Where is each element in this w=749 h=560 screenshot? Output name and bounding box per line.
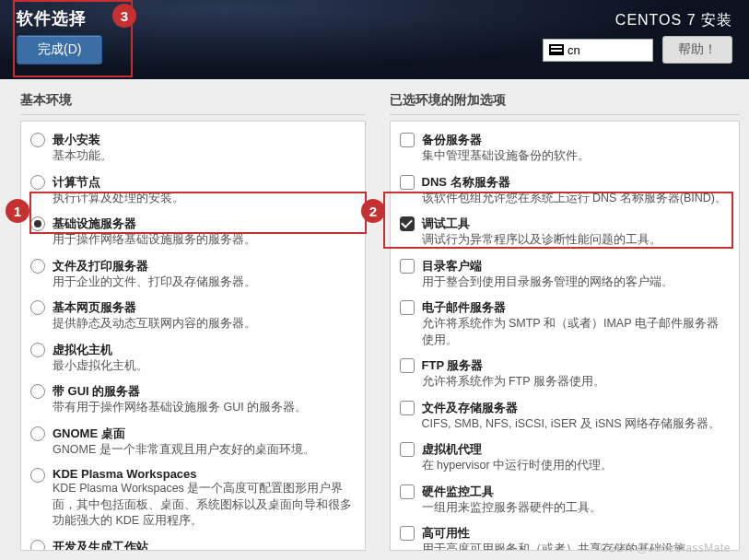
checkbox-6[interactable] xyxy=(400,401,415,415)
item-desc: 基本功能。 xyxy=(53,148,356,165)
addon-item[interactable]: FTP 服务器允许将系统作为 FTP 服务器使用。 xyxy=(398,353,732,395)
item-desc: 允许将系统作为 FTP 服务器使用。 xyxy=(422,374,731,391)
item-desc: 用于整合到使用目录服务管理的网络的客户端。 xyxy=(422,274,731,291)
checkbox-8[interactable] xyxy=(400,484,415,499)
item-name: 开发及生成工作站 xyxy=(53,539,356,552)
item-name: 虚拟化主机 xyxy=(53,342,356,358)
env-item[interactable]: 带 GUI 的服务器带有用于操作网络基础设施服务 GUI 的服务器。 xyxy=(29,379,357,421)
item-desc: 调试行为异常程序以及诊断性能问题的工具。 xyxy=(422,232,731,249)
item-desc: 一组用来监控服务器硬件的工具。 xyxy=(422,500,731,517)
radio-6[interactable] xyxy=(30,384,45,399)
env-item[interactable]: 基本网页服务器提供静态及动态互联网内容的服务器。 xyxy=(29,295,357,337)
item-name: 基础设施服务器 xyxy=(53,216,356,232)
addon-item[interactable]: 虚拟机代理在 hypervisor 中运行时使用的代理。 xyxy=(398,437,732,479)
item-name: 带 GUI 的服务器 xyxy=(53,383,356,400)
addons-heading: 已选环境的附加选项 xyxy=(390,92,741,115)
watermark: CSDN @JoneClassMate xyxy=(600,542,731,554)
annotation-marker-3: 3 xyxy=(112,4,136,28)
main-content: 基本环境 最小安装基本功能。计算节点执行计算及处理的安装。基础设施服务器用于操作… xyxy=(0,79,749,560)
item-desc: KDE Plasma Workspaces 是一个高度可配置图形用户界面，其中包… xyxy=(53,481,356,530)
radio-3[interactable] xyxy=(30,259,45,274)
base-environment-column: 基本环境 最小安装基本功能。计算节点执行计算及处理的安装。基础设施服务器用于操作… xyxy=(0,79,375,560)
item-desc: 最小虚拟化主机。 xyxy=(53,358,356,375)
radio-1[interactable] xyxy=(30,175,45,190)
checkbox-2[interactable] xyxy=(400,216,415,231)
addons-list[interactable]: 备份服务器集中管理基础设施备份的软件。DNS 名称服务器该软件包组允许您在系统上… xyxy=(390,121,741,551)
item-texts: FTP 服务器允许将系统作为 FTP 服务器使用。 xyxy=(422,357,731,391)
checkbox-7[interactable] xyxy=(400,442,415,457)
item-texts: 硬件监控工具一组用来监控服务器硬件的工具。 xyxy=(422,484,731,517)
addon-item[interactable]: 备份服务器集中管理基础设施备份的软件。 xyxy=(398,127,732,169)
help-button[interactable]: 帮助！ xyxy=(662,36,732,64)
env-item[interactable]: GNOME 桌面GNOME 是一个非常直观且用户友好的桌面环境。 xyxy=(29,421,357,463)
item-name: KDE Plasma Workspaces xyxy=(53,467,356,481)
addon-item[interactable]: 目录客户端用于整合到使用目录服务管理的网络的客户端。 xyxy=(398,253,732,296)
item-desc: 提供静态及动态互联网内容的服务器。 xyxy=(53,316,356,332)
item-texts: 计算节点执行计算及处理的安装。 xyxy=(53,174,356,207)
header-left: 软件选择 完成(D) xyxy=(17,7,102,79)
installer-label: CENTOS 7 安装 xyxy=(615,11,732,30)
env-item[interactable]: 虚拟化主机最小虚拟化主机。 xyxy=(29,337,357,379)
base-environment-list[interactable]: 最小安装基本功能。计算节点执行计算及处理的安装。基础设施服务器用于操作网络基础设… xyxy=(20,121,366,551)
addon-item[interactable]: 硬件监控工具一组用来监控服务器硬件的工具。 xyxy=(398,479,732,521)
addon-item[interactable]: 文件及存储服务器CIFS, SMB, NFS, iSCSI, iSER 及 iS… xyxy=(398,395,732,438)
item-texts: 虚拟机代理在 hypervisor 中运行时使用的代理。 xyxy=(422,441,731,474)
checkbox-9[interactable] xyxy=(400,526,415,541)
radio-5[interactable] xyxy=(30,343,45,357)
keyboard-layout-code: cn xyxy=(568,43,580,57)
item-name: 文件及打印服务器 xyxy=(53,258,356,274)
item-desc: 该软件包组允许您在系统上运行 DNS 名称服务器(BIND)。 xyxy=(422,191,731,207)
item-desc: 允许将系统作为 SMTP 和（或者）IMAP 电子邮件服务器使用。 xyxy=(422,316,731,348)
item-name: GNOME 桌面 xyxy=(53,426,356,442)
item-desc: 用于操作网络基础设施服务的服务器。 xyxy=(53,232,356,249)
addon-item[interactable]: 电子邮件服务器允许将系统作为 SMTP 和（或者）IMAP 电子邮件服务器使用。 xyxy=(398,295,732,353)
item-name: 电子邮件服务器 xyxy=(422,299,731,316)
item-desc: 执行计算及处理的安装。 xyxy=(53,191,356,207)
radio-4[interactable] xyxy=(30,300,45,315)
item-texts: 电子邮件服务器允许将系统作为 SMTP 和（或者）IMAP 电子邮件服务器使用。 xyxy=(422,299,731,348)
radio-7[interactable] xyxy=(30,426,45,441)
header-right: CENTOS 7 安装 cn 帮助！ xyxy=(543,7,732,79)
item-desc: 在 hypervisor 中运行时使用的代理。 xyxy=(422,458,731,474)
item-texts: GNOME 桌面GNOME 是一个非常直观且用户友好的桌面环境。 xyxy=(53,426,356,459)
env-item[interactable]: 基础设施服务器用于操作网络基础设施服务的服务器。 xyxy=(29,211,357,253)
item-desc: 用于企业的文件、打印及存储服务器。 xyxy=(53,274,356,291)
item-name: 高可用性 xyxy=(422,525,731,542)
radio-9[interactable] xyxy=(30,540,45,552)
item-texts: 基本网页服务器提供静态及动态互联网内容的服务器。 xyxy=(53,299,356,332)
env-item[interactable]: 文件及打印服务器用于企业的文件、打印及存储服务器。 xyxy=(29,253,357,296)
checkbox-0[interactable] xyxy=(400,133,415,147)
item-name: 虚拟机代理 xyxy=(422,441,731,458)
radio-8[interactable] xyxy=(30,468,45,483)
addon-item[interactable]: DNS 名称服务器该软件包组允许您在系统上运行 DNS 名称服务器(BIND)。 xyxy=(398,169,732,212)
page-title: 软件选择 xyxy=(17,7,102,29)
radio-2[interactable] xyxy=(30,216,45,231)
item-texts: 备份服务器集中管理基础设施备份的软件。 xyxy=(422,132,731,165)
keyboard-layout-selector[interactable]: cn xyxy=(543,39,653,62)
checkbox-1[interactable] xyxy=(400,175,415,190)
env-item[interactable]: 最小安装基本功能。 xyxy=(29,127,357,169)
item-name: 目录客户端 xyxy=(422,258,731,274)
item-name: 备份服务器 xyxy=(422,132,731,148)
annotation-marker-1: 1 xyxy=(6,199,29,223)
item-name: FTP 服务器 xyxy=(422,357,731,374)
item-texts: 调试工具调试行为异常程序以及诊断性能问题的工具。 xyxy=(422,216,731,249)
item-desc: CIFS, SMB, NFS, iSCSI, iSER 及 iSNS 网络存储服… xyxy=(422,416,731,433)
checkbox-3[interactable] xyxy=(400,259,415,274)
item-texts: 文件及存储服务器CIFS, SMB, NFS, iSCSI, iSER 及 iS… xyxy=(422,400,731,433)
done-button[interactable]: 完成(D) xyxy=(17,35,102,64)
env-item[interactable]: KDE Plasma WorkspacesKDE Plasma Workspac… xyxy=(29,462,357,534)
item-texts: 带 GUI 的服务器带有用于操作网络基础设施服务 GUI 的服务器。 xyxy=(53,383,356,416)
checkbox-5[interactable] xyxy=(400,358,415,373)
item-name: DNS 名称服务器 xyxy=(422,174,731,191)
item-texts: 目录客户端用于整合到使用目录服务管理的网络的客户端。 xyxy=(422,258,731,291)
env-item[interactable]: 计算节点执行计算及处理的安装。 xyxy=(29,169,357,212)
item-name: 基本网页服务器 xyxy=(53,299,356,316)
radio-0[interactable] xyxy=(30,133,45,147)
checkbox-4[interactable] xyxy=(400,300,415,315)
item-texts: 开发及生成工作站用于软件、硬件、图形或者内容开发的工作站。 xyxy=(53,539,356,552)
item-texts: 虚拟化主机最小虚拟化主机。 xyxy=(53,342,356,375)
env-item[interactable]: 开发及生成工作站用于软件、硬件、图形或者内容开发的工作站。 xyxy=(29,534,357,552)
addon-item[interactable]: 调试工具调试行为异常程序以及诊断性能问题的工具。 xyxy=(398,211,732,253)
item-desc: 集中管理基础设施备份的软件。 xyxy=(422,148,731,165)
